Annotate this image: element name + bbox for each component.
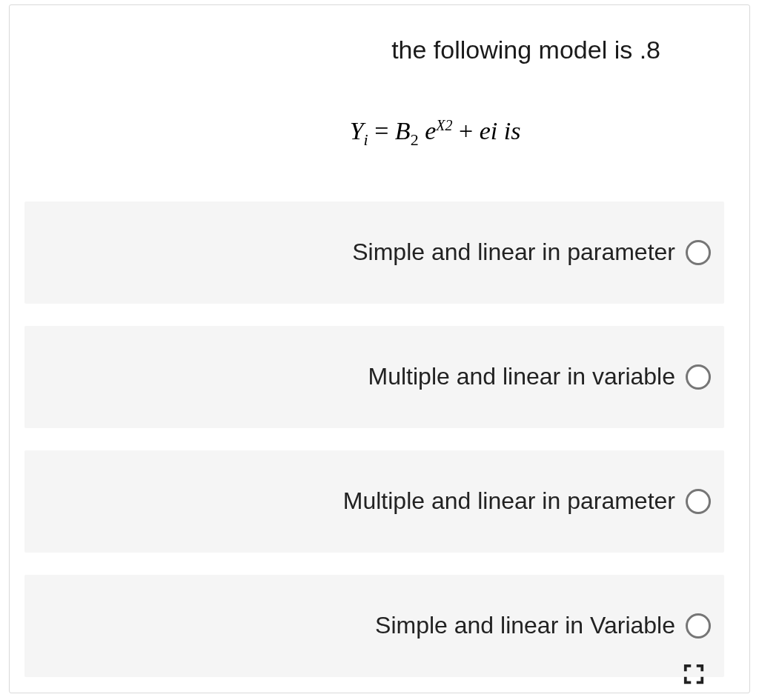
eq-plus: + — [452, 117, 479, 144]
option-2-label: Multiple and linear in variable — [368, 363, 675, 390]
eq-exp: X2 — [436, 116, 452, 133]
radio-icon[interactable] — [686, 364, 711, 390]
radio-icon[interactable] — [686, 489, 711, 514]
option-2[interactable]: Multiple and linear in variable — [24, 326, 724, 428]
eq-sub-2: 2 — [411, 130, 419, 149]
option-1[interactable]: Simple and linear in parameter — [24, 201, 724, 304]
option-1-label: Simple and linear in parameter — [352, 239, 675, 266]
eq-ei: ei — [480, 117, 498, 144]
eq-Y: Y — [350, 117, 364, 144]
option-3[interactable]: Multiple and linear in parameter — [24, 450, 724, 553]
radio-icon[interactable] — [686, 240, 711, 265]
eq-space1 — [419, 117, 425, 144]
eq-eq: = — [368, 117, 395, 144]
option-4[interactable]: Simple and linear in Variable — [24, 575, 724, 677]
fullscreen-icon[interactable] — [683, 663, 705, 685]
question-card: the following model is .8 Yi = B2 eX2 + … — [9, 4, 750, 693]
radio-icon[interactable] — [686, 613, 711, 639]
question-prompt: the following model is .8 — [54, 35, 705, 65]
eq-is: is — [497, 117, 520, 144]
question-equation: Yi = B2 eX2 + ei is — [54, 117, 705, 145]
eq-e: e — [425, 117, 436, 144]
option-3-label: Multiple and linear in parameter — [343, 487, 675, 515]
option-4-label: Simple and linear in Variable — [375, 612, 675, 639]
eq-B: B — [395, 117, 411, 144]
options-list: Simple and linear in parameter Multiple … — [10, 201, 749, 677]
question-block: the following model is .8 Yi = B2 eX2 + … — [10, 5, 749, 160]
